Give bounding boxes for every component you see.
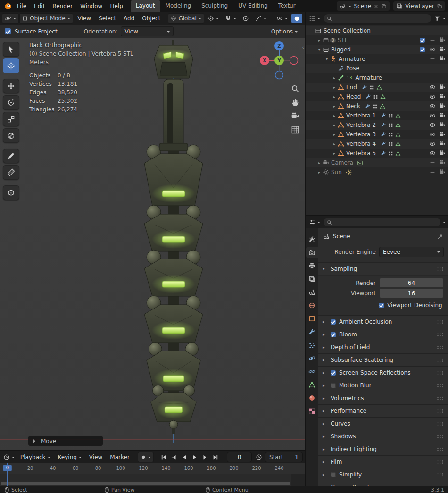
timeline-menu-playback[interactable]: Playback (17, 451, 54, 463)
menu-help[interactable]: Help (106, 0, 126, 12)
outliner-row-sun[interactable]: ▸Sun (306, 167, 448, 177)
section-indirect-lighting[interactable]: ▸Indirect Lighting (318, 443, 448, 455)
frame-start-field[interactable]: Start 1 (265, 452, 302, 462)
workspace-tab-uv-editing[interactable]: UV Editing (233, 0, 273, 12)
tool-annotate[interactable] (3, 149, 19, 163)
tool-add-cube[interactable] (3, 185, 19, 200)
hide-viewport-eye-icon[interactable] (429, 122, 436, 128)
shading-solid-button[interactable] (291, 14, 302, 23)
section-subsurface-scattering[interactable]: ▸Subsurface Scattering (318, 353, 448, 366)
outliner-row-armature[interactable]: ▾Armature (306, 54, 448, 64)
expander-icon[interactable]: ▸ (331, 95, 338, 99)
viewport-3d[interactable]: Back Orthographic (0) Scene Collection |… (0, 38, 305, 450)
tool-move[interactable] (3, 79, 19, 93)
expander-icon[interactable]: ▸ (331, 114, 338, 118)
timeline-scrollbar[interactable] (1, 482, 290, 485)
preview-range-clock-button[interactable] (255, 452, 263, 462)
mode-dropdown[interactable]: Object Mode (20, 14, 73, 23)
disable-render-camera-icon[interactable] (439, 103, 446, 109)
play-reverse-button[interactable] (180, 452, 190, 462)
next-keyframe-button[interactable] (200, 452, 210, 462)
section-film[interactable]: ▸Film (318, 455, 448, 468)
chevron-down-icon[interactable] (443, 18, 446, 21)
properties-tab-object[interactable] (306, 313, 318, 324)
expander-icon[interactable]: ▾ (316, 48, 323, 52)
section-checkbox[interactable] (331, 370, 336, 376)
outliner-row-vertebra-1[interactable]: ▸Vertebra 1 (306, 111, 448, 120)
tool-rotate[interactable] (3, 95, 19, 110)
viewport-menu-view[interactable]: View (74, 12, 95, 25)
proportional-falloff-dropdown[interactable] (253, 14, 269, 23)
outliner-editor-button[interactable] (308, 14, 321, 23)
properties-tab-material[interactable] (306, 393, 318, 403)
tool-transform[interactable] (3, 128, 19, 143)
sampling-panel-header[interactable]: ▾ Sampling (318, 263, 448, 276)
options-dropdown[interactable]: Options (269, 27, 300, 36)
outliner-row-pose[interactable]: Pose (306, 64, 448, 73)
outliner-search-input[interactable] (334, 15, 428, 22)
disable-render-camera-icon[interactable] (439, 141, 446, 147)
properties-tab-particles[interactable] (306, 340, 318, 350)
navigation-gizmo[interactable]: ZXY (258, 40, 300, 81)
current-frame-field[interactable]: 0 (227, 452, 251, 462)
new-viewlayer-icon[interactable] (437, 3, 442, 9)
section-depth-of-field[interactable]: ▸Depth of Field (318, 341, 448, 353)
sidebar-collapse-arrow[interactable]: ‹ (302, 44, 304, 50)
workspace-tab-modeling[interactable]: Modeling (160, 0, 197, 12)
outliner-row-scene-collection[interactable]: Scene Collection (306, 26, 448, 35)
hidden-dash-icon[interactable] (429, 56, 436, 62)
camera-view-icon[interactable] (291, 112, 299, 120)
menu-edit[interactable]: Edit (30, 0, 49, 12)
hide-viewport-eye-icon[interactable] (429, 150, 436, 157)
outliner-row-rigged[interactable]: ▾Rigged (306, 45, 448, 54)
expander-icon[interactable]: ▸ (331, 104, 338, 109)
disable-render-camera-icon[interactable] (439, 37, 446, 43)
menu-render[interactable]: Render (49, 0, 76, 12)
timeline-track[interactable] (0, 474, 305, 486)
outliner-row-vertebra-5[interactable]: ▸Vertebra 5 (306, 149, 448, 158)
unlink-icon[interactable] (373, 4, 379, 9)
viewport-menu-select[interactable]: Select (95, 12, 120, 25)
outliner-row-neck[interactable]: ▸Neck (306, 101, 448, 111)
hide-viewport-eye-icon[interactable] (429, 112, 436, 119)
properties-editor-button[interactable] (308, 217, 321, 227)
hide-viewport-eye-icon[interactable] (429, 131, 436, 138)
disable-render-camera-icon[interactable] (439, 84, 446, 91)
disable-render-camera-icon[interactable] (439, 46, 446, 53)
properties-tab-tool[interactable] (306, 234, 318, 244)
timeline-ruler[interactable]: 020406080100120140160180200220240 (0, 463, 305, 474)
properties-tab-world[interactable] (306, 300, 318, 310)
render-engine-dropdown[interactable]: Eevee (380, 247, 443, 257)
jump-to-start-button[interactable] (159, 452, 169, 462)
expander-icon[interactable]: ▸ (316, 38, 323, 42)
cursor-orientation-dropdown[interactable]: View (121, 27, 173, 36)
section-shadows[interactable]: ▸Shadows (318, 430, 448, 443)
hide-viewport-eye-icon[interactable] (429, 93, 436, 100)
hide-viewport-eye-icon[interactable] (429, 103, 436, 109)
pin-icon[interactable] (437, 234, 443, 240)
section-curves[interactable]: ▸Curves (318, 417, 448, 430)
section-motion-blur[interactable]: ▸Motion Blur (318, 379, 448, 392)
editor-type-button[interactable] (2, 14, 18, 23)
scene-selector[interactable]: Scene (337, 1, 390, 11)
disable-render-camera-icon[interactable] (439, 112, 446, 119)
outliner-row-vertebra-3[interactable]: ▸Vertebra 3 (306, 130, 448, 139)
sampling-viewport-field[interactable]: 16 (380, 289, 443, 298)
expander-icon[interactable]: ▸ (331, 133, 338, 137)
properties-search-input[interactable] (334, 218, 437, 226)
sampling-render-field[interactable]: 64 (380, 278, 443, 287)
pan-hand-icon[interactable] (291, 98, 299, 107)
properties-tab-output[interactable] (306, 260, 318, 271)
section-checkbox[interactable] (331, 319, 336, 325)
section-checkbox[interactable] (331, 332, 336, 337)
properties-tab-scene[interactable] (306, 287, 318, 297)
hidden-dash-icon[interactable] (429, 37, 436, 43)
expander-icon[interactable]: ▸ (331, 142, 338, 146)
timeline-menu-keying[interactable]: Keying (54, 451, 85, 463)
workspace-tab-layout[interactable]: Layout (131, 0, 160, 12)
expander-icon[interactable]: ▸ (331, 85, 338, 90)
exclude-checkbox[interactable] (420, 47, 425, 52)
exclude-checkbox[interactable] (420, 38, 425, 43)
tool-measure[interactable] (3, 165, 19, 180)
properties-tab-render[interactable] (306, 247, 318, 258)
